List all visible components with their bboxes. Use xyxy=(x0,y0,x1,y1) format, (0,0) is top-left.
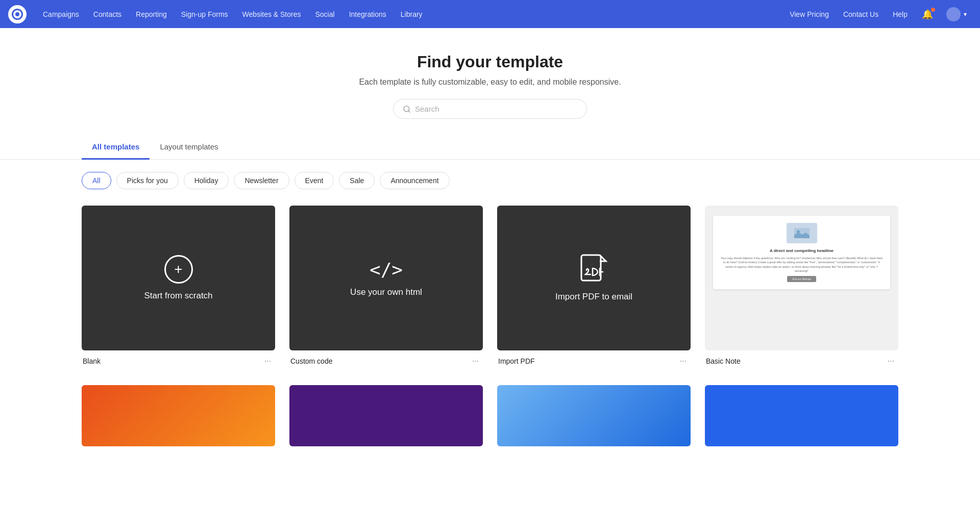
import-pdf-preview[interactable]: Import PDF to email xyxy=(497,206,691,350)
filter-announcement[interactable]: Announcement xyxy=(380,172,449,189)
user-menu[interactable]: ▾ xyxy=(941,4,972,24)
nav-signup-forms[interactable]: Sign-up Forms xyxy=(175,6,234,22)
filter-newsletter[interactable]: Newsletter xyxy=(234,172,289,189)
main-content: Find your template Each template is full… xyxy=(0,28,980,506)
basic-note-menu[interactable]: ··· xyxy=(885,356,897,367)
template-card-blank: + Start from scratch Blank ··· xyxy=(82,206,275,369)
basic-note-image xyxy=(787,223,817,243)
basic-note-headline: A direct and compelling headline xyxy=(720,248,883,253)
blank-label: Start from scratch xyxy=(144,291,212,301)
template-card-bottom-4 xyxy=(705,385,898,446)
import-pdf-label: Import PDF to email xyxy=(555,292,632,302)
avatar xyxy=(946,7,961,21)
custom-code-label: Use your own html xyxy=(350,287,422,297)
hero-section: Find your template Each template is full… xyxy=(0,28,980,135)
filter-sale[interactable]: Sale xyxy=(339,172,375,189)
template-card-bottom-2 xyxy=(289,385,483,446)
filter-pills: All Picks for you Holiday Newsletter Eve… xyxy=(0,160,980,197)
nav-right: View Pricing Contact Us Help 🔔 ▾ xyxy=(783,4,972,24)
nav-reporting[interactable]: Reporting xyxy=(130,6,173,22)
custom-code-menu[interactable]: ··· xyxy=(469,356,482,367)
bottom-preview-3[interactable] xyxy=(497,385,691,446)
nav-library[interactable]: Library xyxy=(395,6,429,22)
nav-left: Campaigns Contacts Reporting Sign-up For… xyxy=(37,6,783,22)
chevron-down-icon: ▾ xyxy=(964,11,967,18)
pdf-icon xyxy=(580,254,608,285)
filter-event[interactable]: Event xyxy=(295,172,334,189)
import-pdf-footer: Import PDF ··· xyxy=(497,350,691,369)
nav-social[interactable]: Social xyxy=(309,6,341,22)
blank-menu[interactable]: ··· xyxy=(261,356,274,367)
custom-code-preview[interactable]: </> Use your own html xyxy=(289,206,483,350)
basic-note-preview[interactable]: A direct and compelling headline Your co… xyxy=(705,206,898,350)
template-grid: + Start from scratch Blank ··· </> Use y… xyxy=(0,197,980,377)
logo[interactable] xyxy=(8,5,27,23)
nav-contacts[interactable]: Contacts xyxy=(87,6,128,22)
bottom-preview-2[interactable] xyxy=(289,385,483,446)
filter-all[interactable]: All xyxy=(82,172,111,189)
search-input[interactable] xyxy=(415,105,577,113)
tab-layout-templates[interactable]: Layout templates xyxy=(150,135,228,160)
nav-contact-us[interactable]: Contact Us xyxy=(837,6,885,22)
blank-footer: Blank ··· xyxy=(82,350,275,369)
plus-icon: + xyxy=(164,255,193,284)
tab-all-templates[interactable]: All templates xyxy=(82,135,150,160)
nav-campaigns[interactable]: Campaigns xyxy=(37,6,85,22)
navigation: Campaigns Contacts Reporting Sign-up For… xyxy=(0,0,980,28)
template-card-bottom-3 xyxy=(497,385,691,446)
svg-line-1 xyxy=(408,111,410,112)
template-grid-bottom xyxy=(0,377,980,454)
bottom-preview-4[interactable] xyxy=(705,385,898,446)
basic-note-body: Your copy should address 3 key questions… xyxy=(720,256,883,273)
bottom-preview-1[interactable] xyxy=(82,385,275,446)
filter-holiday[interactable]: Holiday xyxy=(184,172,229,189)
blank-preview[interactable]: + Start from scratch xyxy=(82,206,275,350)
basic-note-button: Visit our Website xyxy=(787,276,816,282)
template-card-basic-note: A direct and compelling headline Your co… xyxy=(705,206,898,369)
custom-code-name: Custom code xyxy=(290,357,332,365)
template-card-import-pdf: Import PDF to email Import PDF ··· xyxy=(497,206,691,369)
custom-code-footer: Custom code ··· xyxy=(289,350,483,369)
basic-note-inner: A direct and compelling headline Your co… xyxy=(713,216,890,289)
import-pdf-name: Import PDF xyxy=(498,357,535,365)
hero-subtitle: Each template is fully customizable, eas… xyxy=(10,78,970,87)
search-bar[interactable] xyxy=(393,99,587,119)
page-title: Find your template xyxy=(10,53,970,71)
nav-help[interactable]: Help xyxy=(887,6,914,22)
notification-dot xyxy=(931,8,935,12)
basic-note-footer: Basic Note ··· xyxy=(705,350,898,369)
notification-bell[interactable]: 🔔 xyxy=(916,5,939,24)
search-icon xyxy=(403,105,411,113)
template-tabs: All templates Layout templates xyxy=(0,135,980,160)
template-card-bottom-1 xyxy=(82,385,275,446)
svg-rect-2 xyxy=(581,255,601,281)
nav-view-pricing[interactable]: View Pricing xyxy=(783,6,835,22)
import-pdf-menu[interactable]: ··· xyxy=(677,356,690,367)
nav-websites-stores[interactable]: Websites & Stores xyxy=(236,6,307,22)
filter-picks-for-you[interactable]: Picks for you xyxy=(116,172,179,189)
code-icon: </> xyxy=(370,259,403,280)
template-card-custom-code: </> Use your own html Custom code ··· xyxy=(289,206,483,369)
nav-integrations[interactable]: Integrations xyxy=(343,6,393,22)
basic-note-name: Basic Note xyxy=(706,357,741,365)
blank-name: Blank xyxy=(83,357,101,365)
